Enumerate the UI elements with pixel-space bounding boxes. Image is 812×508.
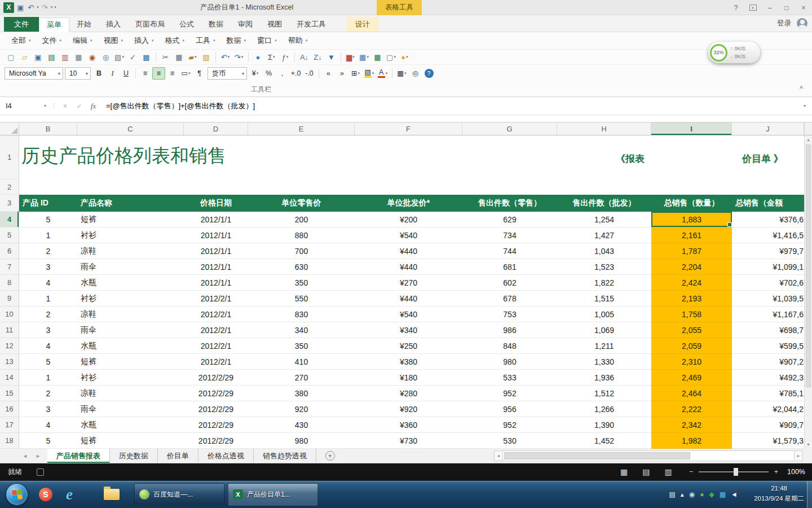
cell-J16[interactable]: ¥2,044,2 [732, 401, 804, 417]
cell-I11[interactable]: 2,055 [651, 322, 732, 338]
sign-in[interactable]: 登录 [777, 18, 807, 29]
scroll-up-icon[interactable]: ▲ [805, 135, 812, 144]
row-header-18[interactable]: 18 [0, 433, 19, 449]
format-table-button[interactable]: ▦▾ [395, 67, 408, 80]
cell-E12[interactable]: 350 [248, 338, 355, 354]
sort-desc-icon[interactable]: Z↓ [311, 51, 324, 63]
redo-dropdown-icon[interactable]: ▾ [51, 5, 53, 10]
cell-I18[interactable]: 1,982 [651, 433, 732, 449]
ribbon-tab-view[interactable]: 视图 [260, 17, 289, 32]
row-header-16[interactable]: 16 [0, 401, 19, 417]
zoom-out-button[interactable]: − [689, 468, 693, 476]
cell-C14[interactable]: 衬衫 [77, 370, 184, 386]
row-header-2[interactable]: 2 [0, 179, 19, 195]
ribbon-tab-developer[interactable]: 开发工具 [289, 17, 333, 32]
copy-picture-icon[interactable]: ▧▾ [113, 51, 126, 63]
ribbon-tab-data[interactable]: 数据 [201, 17, 231, 32]
view-page-break-icon[interactable]: ▥ [664, 467, 672, 476]
antivirus-icon[interactable]: ● [700, 491, 704, 498]
cell-D14[interactable]: 2012/2/29 [184, 370, 248, 386]
cell-C8[interactable]: 水瓶 [77, 275, 184, 291]
cell-G8[interactable]: 602 [462, 275, 557, 291]
insert-function-icon[interactable]: fx [86, 97, 100, 115]
filter-icon[interactable]: ▼ [325, 51, 338, 63]
close-button[interactable]: × [795, 0, 812, 15]
avatar[interactable] [797, 18, 807, 29]
ribbon-tab-insert[interactable]: 插入 [99, 17, 128, 32]
volume-icon[interactable]: ◄ [731, 491, 738, 498]
cell-G7[interactable]: 681 [462, 259, 557, 275]
cell-G11[interactable]: 986 [462, 322, 557, 338]
cell-J8[interactable]: ¥702,6 [732, 275, 804, 291]
cell-B13[interactable]: 5 [19, 354, 77, 370]
cell-F5[interactable]: ¥540 [355, 227, 462, 243]
name-box[interactable]: I4 ▾ [0, 97, 50, 115]
cell-C13[interactable]: 短裤 [77, 354, 184, 370]
menu-window[interactable]: 窗口▾ [251, 32, 283, 49]
cell-G5[interactable]: 734 [462, 227, 557, 243]
cell-C9[interactable]: 衬衫 [77, 291, 184, 306]
decrease-decimal-button[interactable]: -.0 [303, 67, 316, 80]
column-header-B[interactable]: B [19, 122, 77, 135]
cell-I17[interactable]: 2,342 [651, 417, 732, 433]
zoom-slider-thumb[interactable] [734, 468, 738, 476]
font-size-select[interactable]: 10 ▾ [65, 67, 91, 80]
customize-qat-icon[interactable]: ▾ [54, 5, 56, 10]
cell-C10[interactable]: 凉鞋 [77, 306, 184, 322]
taskbar-clock[interactable]: 21:48 2013/9/24 星期二 [754, 483, 804, 504]
pricelist-link[interactable]: 价目单 》 [742, 152, 783, 165]
cell-I8[interactable]: 2,424 [651, 275, 732, 291]
insert-function-icon[interactable]: ƒ▾ [279, 51, 292, 63]
mouse-settings-icon[interactable]: ◉ [689, 491, 695, 498]
cell-F14[interactable]: ¥180 [355, 370, 462, 386]
macro-record-icon[interactable] [37, 468, 44, 476]
horizontal-scroll-track[interactable] [503, 450, 794, 461]
view-page-layout-icon[interactable]: ▤ [642, 467, 650, 476]
comma-style-button[interactable]: , [276, 67, 289, 80]
cell-J9[interactable]: ¥1,039,5 [732, 291, 804, 306]
scroll-left-icon[interactable]: ◄ [494, 450, 503, 461]
explorer-folder-icon[interactable] [102, 483, 122, 506]
number-format-select[interactable]: 货币 ▾ [208, 67, 247, 80]
taskbar-window-baidu-zhidao[interactable]: 百度知道—... [134, 483, 224, 506]
cell-C12[interactable]: 水瓶 [77, 338, 184, 354]
row-header-8[interactable]: 8 [0, 275, 19, 291]
cell-E15[interactable]: 380 [248, 386, 355, 401]
column-header-H[interactable]: H [557, 122, 651, 135]
find-icon[interactable]: ◎ [99, 51, 112, 63]
row-header-7[interactable]: 7 [0, 259, 19, 275]
undo-icon[interactable]: ↶▾ [219, 51, 232, 63]
increase-indent-button[interactable]: » [336, 67, 348, 80]
sheet-tab-sales-report[interactable]: 产品销售报表 [47, 449, 110, 463]
row-header-3[interactable]: 3 [0, 195, 19, 212]
cell-G13[interactable]: 980 [462, 354, 557, 370]
cell-F17[interactable]: ¥360 [355, 417, 462, 433]
ribbon-display-options-icon[interactable]: ▾ [744, 0, 761, 15]
horizontal-scroll-thumb[interactable] [504, 452, 690, 459]
scroll-right-icon[interactable]: ► [794, 450, 803, 461]
vertical-scroll-thumb[interactable] [806, 144, 811, 387]
cell-G18[interactable]: 530 [462, 433, 557, 449]
cell-J10[interactable]: ¥1,167,6 [732, 306, 804, 322]
cell-H9[interactable]: 1,515 [557, 291, 651, 306]
ribbon-tab-home[interactable]: 开始 [69, 17, 99, 32]
ime-keyboard-icon[interactable]: ▤ [669, 491, 675, 498]
decrease-indent-button[interactable]: « [322, 67, 335, 80]
copy-icon[interactable]: ▦ [173, 51, 186, 63]
menu-format[interactable]: 格式▾ [160, 32, 191, 49]
network-speed-widget[interactable]: 32% ↑0K/S ↓0K/S [708, 42, 760, 63]
new-sheet-button[interactable]: + [325, 451, 335, 461]
cell-F18[interactable]: ¥730 [355, 433, 462, 449]
cell-B5[interactable]: 1 [19, 227, 77, 243]
wrap-text-button[interactable]: ¶ [193, 67, 206, 80]
cell-I12[interactable]: 2,059 [651, 338, 732, 354]
cell-C18[interactable]: 短裤 [77, 433, 184, 449]
cell-D4[interactable]: 2012/1/1 [184, 212, 248, 227]
column-header-F[interactable]: F [355, 122, 462, 135]
restore-button[interactable]: □ [778, 0, 795, 15]
column-header-J[interactable]: J [732, 122, 804, 135]
cell-G4[interactable]: 629 [462, 212, 557, 227]
font-name-select[interactable]: Microsoft Ya ▾ [5, 67, 63, 80]
cell-G9[interactable]: 678 [462, 291, 557, 306]
redo-icon[interactable]: ↷▾ [232, 51, 245, 63]
